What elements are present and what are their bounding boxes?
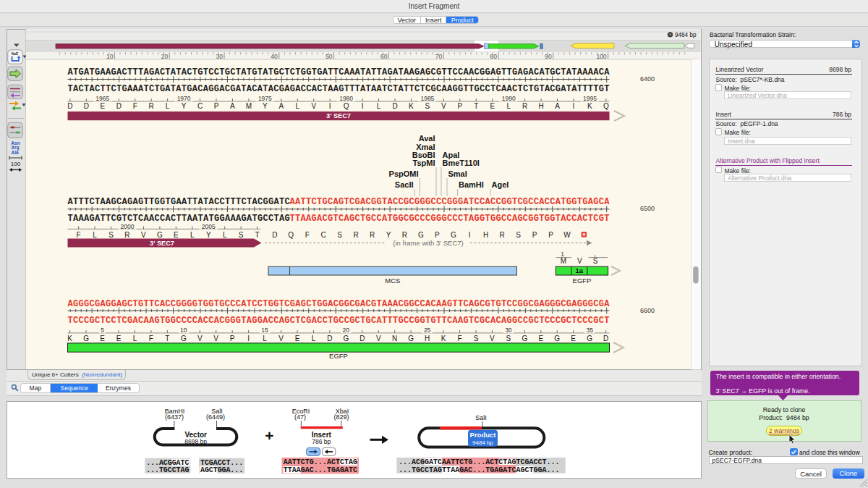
svg-text:40: 40	[271, 53, 278, 60]
svg-text:70: 70	[435, 53, 443, 60]
svg-text:20: 20	[161, 53, 169, 60]
svg-text:2000: 2000	[120, 223, 134, 230]
svg-text:1965: 1965	[95, 95, 109, 102]
svg-text:TACTACTTCTGAAATCTGATATGACAGGAC: TACTACTTCTGAAATCTGATATGACAGGACGATACATACG…	[68, 84, 610, 94]
svg-text:BmeT110I: BmeT110I	[443, 159, 480, 167]
svg-text:25: 25	[424, 327, 431, 334]
svg-text:1995: 1995	[583, 95, 597, 102]
svg-text:20: 20	[343, 327, 350, 334]
svg-text:786 bp: 786 bp	[312, 438, 331, 445]
svg-text:1a: 1a	[576, 266, 584, 274]
svg-text:6400: 6400	[640, 75, 655, 83]
svg-text:3' SEC7: 3' SEC7	[326, 112, 351, 119]
svg-text:6500: 6500	[640, 205, 655, 212]
svg-text:MCS: MCS	[385, 277, 400, 285]
svg-text:50: 50	[326, 53, 333, 60]
svg-text:10: 10	[180, 327, 187, 334]
svg-text:(47): (47)	[294, 413, 305, 421]
svg-text:35: 35	[586, 327, 593, 334]
svg-text:SalI: SalI	[475, 414, 487, 421]
svg-text:8698 bp: 8698 bp	[184, 438, 207, 445]
svg-text:TCCCGCTCCTCGACAAGTGGCCCCACCACG: TCCCGCTCCTCGACAAGTGGCCCCACCACGGGTAGGACCA…	[68, 316, 610, 326]
svg-text:10: 10	[106, 53, 114, 60]
svg-text:TTAAGACGTCAGCTGCCATGGCGCCCGGGC: TTAAGACGTCAGCTGCCATGGCGCCCGGGCCCTAGGTGGC…	[290, 214, 610, 224]
svg-text:PspOMI: PspOMI	[389, 169, 419, 178]
svg-text:90: 90	[545, 53, 552, 60]
svg-text:ATTTCTAAGCAGAGTTGGTGAATTATACCT: ATTTCTAAGCAGAGTTGGTGAATTATACCTTTCTACGGAT…	[68, 197, 290, 207]
svg-text:1990: 1990	[502, 95, 516, 102]
svg-text:60: 60	[380, 53, 388, 60]
svg-text:AATTCTG...ACTCTAG: AATTCTG...ACTCTAG	[283, 458, 357, 466]
svg-text:AATTCTGCAGTCGACGGTACCGCGGGCCCG: AATTCTGCAGTCGACGGTACCGCGGGCCCGGGATCCACCG…	[290, 197, 610, 207]
svg-text:+: +	[265, 426, 273, 443]
svg-text:9484 bp: 9484 bp	[675, 32, 697, 38]
svg-text:ATGATGAAGACTTTAGACTATACTGTCCTG: ATGATGAAGACTTTAGACTATACTGTCCTGCTATGTATGC…	[68, 67, 610, 77]
svg-text:DQFCSRRYRGPGIHRSPPW: DQFCSRRYRGPGIHRSPPW	[272, 231, 571, 239]
svg-text:AGGGCGAGGAGCTGTTCACCGGGGTGGTGC: AGGGCGAGGAGCTGTTCACCGGGGTGGTGCCCATCCTGGT…	[68, 299, 610, 309]
svg-text:100: 100	[596, 53, 606, 60]
svg-text:(829): (829)	[333, 413, 349, 421]
svg-text:...TGCCTAG: ...TGCCTAG	[146, 466, 189, 474]
svg-text:(6449): (6449)	[205, 413, 224, 421]
svg-text:MVS: MVS	[561, 257, 598, 265]
svg-text:3' SEC7: 3' SEC7	[150, 240, 174, 247]
svg-text:...TGCCTAGTTAAGAC...TGAGATCAGC: ...TGCCTAGTTAAGAC...TGAGATCAGCTGGA...	[398, 466, 559, 474]
svg-text:80: 80	[490, 53, 498, 60]
svg-text:SmaI: SmaI	[448, 169, 467, 178]
svg-text:1975: 1975	[258, 95, 272, 102]
svg-text:KGEELFTGVVPILVELDGDVNGHKFSVSGE: KGEELFTGVVPILVELDGDVNGHKFSVSGEGEGD	[67, 335, 608, 342]
svg-text:2005: 2005	[202, 223, 216, 230]
svg-text:6600: 6600	[640, 307, 655, 314]
svg-text:30: 30	[216, 53, 224, 60]
svg-text:AgeI: AgeI	[492, 180, 509, 189]
svg-text:30: 30	[505, 327, 512, 334]
svg-text:...ACGGATCAATTCTG...ACTCTAGTCG: ...ACGGATCAATTCTG...ACTCTAGTCGACCT...	[398, 458, 559, 466]
svg-text:Product: Product	[469, 431, 496, 439]
svg-text:9484 bp: 9484 bp	[472, 439, 493, 445]
svg-text:5: 5	[101, 327, 104, 334]
svg-text:(in frame with 3' SEC7): (in frame with 3' SEC7)	[393, 239, 463, 247]
svg-text:EGFP: EGFP	[329, 352, 348, 360]
svg-text:(6437): (6437)	[164, 413, 183, 421]
svg-text:TTAAGAC...TGAGATC: TTAAGAC...TGAGATC	[283, 466, 357, 474]
svg-text:1970: 1970	[177, 95, 191, 102]
svg-text:EGFP: EGFP	[573, 277, 592, 285]
svg-text:15: 15	[261, 327, 268, 334]
svg-text:TAAAGATTCGTCTCAACCACTTAATATGGA: TAAAGATTCGTCTCAACCACTTAATATGGAAAGATGCCTA…	[68, 214, 290, 224]
svg-text:1985: 1985	[420, 95, 434, 102]
svg-text:SacII: SacII	[395, 180, 414, 189]
svg-text:DDEDFRLYCPAMYALVIQILDKSVPTELRH: DDEDFRLYCPAMYALVIQILDKSVPTELRHAIKQ	[67, 102, 609, 110]
svg-text:AvaI: AvaI	[419, 134, 435, 143]
svg-text:BamHI: BamHI	[459, 180, 484, 189]
svg-text:1980: 1980	[339, 95, 353, 102]
svg-text:FLSRVGELYLST: FLSRVGELYLST	[77, 231, 260, 239]
svg-text:AGCTGGA...: AGCTGGA...	[200, 466, 243, 474]
svg-text:XmaI: XmaI	[416, 143, 435, 151]
svg-text:TspMI: TspMI	[413, 159, 435, 167]
